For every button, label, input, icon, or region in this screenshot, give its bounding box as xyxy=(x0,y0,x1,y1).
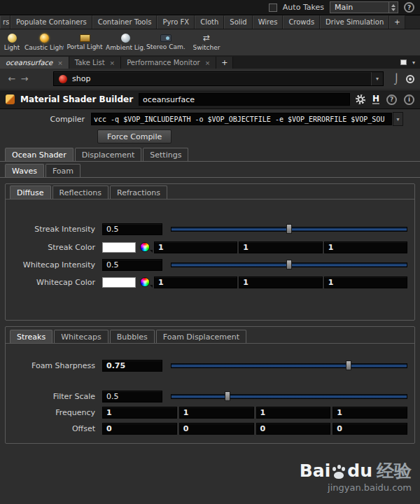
slider-handle[interactable] xyxy=(286,260,292,270)
node-header: Material Shader Builder oceansurface H ?… xyxy=(0,90,420,109)
whitecap-intensity-slider[interactable] xyxy=(171,259,407,270)
tool-caustic-light[interactable]: Caustic Light xyxy=(24,30,64,55)
color-wheel-icon[interactable] xyxy=(140,277,150,287)
help-icon[interactable]: ? xyxy=(404,2,414,13)
filter-scale-slider[interactable] xyxy=(171,391,407,402)
baidu-paw-icon xyxy=(331,463,346,480)
shelf-tab-partial[interactable]: rs xyxy=(0,15,10,29)
tab-ocean-shader[interactable]: Ocean Shader xyxy=(5,148,74,161)
path-value: shop xyxy=(72,74,90,83)
tab-displacement[interactable]: Displacement xyxy=(75,148,142,161)
tab-whitecaps[interactable]: Whitecaps xyxy=(54,330,108,343)
frequency-y-input[interactable]: 1 xyxy=(179,407,254,419)
node-name-input[interactable]: oceansurface xyxy=(139,93,350,106)
close-icon[interactable]: × xyxy=(57,59,63,66)
link-hook-icon[interactable]: ⌡ xyxy=(394,74,399,84)
pin-radio-icon[interactable] xyxy=(406,75,414,83)
slider-handle[interactable] xyxy=(225,391,230,401)
tab-diffuse[interactable]: Diffuse xyxy=(10,186,51,199)
tab-settings[interactable]: Settings xyxy=(143,148,188,161)
whitecap-color-r-input[interactable]: 1 xyxy=(154,276,237,288)
forward-button[interactable]: → xyxy=(18,72,31,86)
houdini-help-icon[interactable]: H xyxy=(372,94,379,104)
pane-menu-dropdown-icon[interactable]: ▾ xyxy=(412,59,415,66)
streak-color-b-input[interactable]: 1 xyxy=(324,241,407,253)
compiler-dropdown-icon[interactable]: ▾ xyxy=(393,112,403,126)
compiler-input[interactable]: vcc -q $VOP_INCLUDEPATH -o $VOP_OBJECTFI… xyxy=(91,113,392,125)
take-selector[interactable]: Main xyxy=(330,1,398,13)
shelf-tab[interactable]: Cloth xyxy=(195,15,224,29)
tab-refractions[interactable]: Refractions xyxy=(110,186,167,199)
shelf-tab[interactable]: Crowds xyxy=(283,15,320,29)
pane-tab-oceansurface[interactable]: oceansurface × xyxy=(0,57,69,69)
streak-color-swatch[interactable] xyxy=(102,242,136,253)
path-dropdown-icon[interactable]: ▾ xyxy=(371,72,383,85)
tool-switcher[interactable]: ⇄ Switcher xyxy=(186,30,227,55)
shelf-tab[interactable]: Container Tools xyxy=(92,15,158,29)
streak-color-g-input[interactable]: 1 xyxy=(239,241,322,253)
slider-handle[interactable] xyxy=(346,360,351,370)
tool-stereo-camera[interactable]: Stereo Cam... xyxy=(146,30,186,55)
tab-foam-displacement[interactable]: Foam Displacement xyxy=(156,330,246,343)
pane-tab-take-list[interactable]: Take List × xyxy=(69,57,121,69)
tab-bubbles[interactable]: Bubbles xyxy=(110,330,155,343)
shelf-tab[interactable]: Wires xyxy=(253,15,284,29)
tab-foam[interactable]: Foam xyxy=(46,164,80,177)
slider-track[interactable] xyxy=(171,394,407,399)
streak-color-r-input[interactable]: 1 xyxy=(154,241,237,253)
shelf-tab[interactable]: Solid xyxy=(224,15,252,29)
material-node-icon xyxy=(6,94,15,104)
take-selector-value: Main xyxy=(335,3,353,12)
whitecap-color-b-input[interactable]: 1 xyxy=(324,276,407,288)
path-combo[interactable]: shop ▾ xyxy=(53,71,384,86)
tool-portal-light[interactable]: Portal Light xyxy=(64,30,105,55)
streak-intensity-input[interactable]: 0.5 xyxy=(102,223,162,235)
pane-tab-add-button[interactable]: + xyxy=(216,57,233,69)
frequency-w-input[interactable]: 1 xyxy=(332,407,407,419)
streak-intensity-slider[interactable] xyxy=(171,223,407,234)
pane-tab-performance-monitor[interactable]: Performance Monitor × xyxy=(121,57,216,69)
param-row-filter-scale: Filter Scale 0.5 xyxy=(6,390,407,402)
shelf-tab-add-button[interactable]: + xyxy=(389,15,405,29)
offset-y-input[interactable]: 0 xyxy=(179,423,254,435)
param-label: Frequency xyxy=(6,408,102,417)
nav-right-icons: ⌡ xyxy=(394,74,414,84)
whitecap-intensity-input[interactable]: 0.5 xyxy=(102,259,162,271)
slider-track[interactable] xyxy=(171,363,407,368)
foam-sharpness-slider[interactable] xyxy=(171,360,407,371)
frequency-z-input[interactable]: 1 xyxy=(256,407,331,419)
tab-waves[interactable]: Waves xyxy=(5,164,44,177)
baidu-logo-bai: Bai xyxy=(300,462,331,480)
tool-light[interactable]: Light xyxy=(0,30,24,55)
close-icon[interactable]: × xyxy=(205,59,211,66)
tab-reflections[interactable]: Reflections xyxy=(52,186,108,199)
whitecap-color-swatch[interactable] xyxy=(102,277,136,288)
foam-sharpness-input[interactable]: 0.75 xyxy=(102,360,162,372)
param-row-foam-sharpness: Foam Sharpness 0.75 xyxy=(6,359,407,372)
tab-streaks[interactable]: Streaks xyxy=(10,330,52,343)
gear-icon[interactable] xyxy=(356,94,365,104)
frequency-x-input[interactable]: 1 xyxy=(102,407,177,419)
shelf-tab[interactable]: Drive Simulation xyxy=(320,15,389,29)
slider-handle[interactable] xyxy=(286,224,292,234)
auto-takes-checkbox[interactable] xyxy=(269,4,277,12)
back-button[interactable]: ← xyxy=(6,72,18,86)
question-icon[interactable]: ? xyxy=(386,94,397,105)
offset-z-input[interactable]: 0 xyxy=(256,423,331,435)
spin-up-icon[interactable] xyxy=(391,4,396,7)
color-wheel-icon[interactable] xyxy=(140,242,150,252)
spin-down-icon[interactable] xyxy=(391,8,396,11)
shelf-tab[interactable]: Populate Containers xyxy=(10,15,92,29)
shelf-tab[interactable]: Pyro FX xyxy=(157,15,195,29)
tool-ambient-light[interactable]: Ambient Lig... xyxy=(105,30,146,55)
whitecap-color-g-input[interactable]: 1 xyxy=(239,276,322,288)
filter-scale-input[interactable]: 0.5 xyxy=(102,391,162,402)
take-spinner[interactable] xyxy=(388,2,398,13)
tool-label: Switcher xyxy=(193,44,220,51)
offset-w-input[interactable]: 0 xyxy=(332,423,407,435)
pane-maximize-icon[interactable] xyxy=(400,59,407,65)
info-icon[interactable]: i xyxy=(404,94,414,105)
offset-x-input[interactable]: 0 xyxy=(102,423,177,435)
close-icon[interactable]: × xyxy=(110,59,115,66)
force-compile-button[interactable]: Force Compile xyxy=(97,130,172,144)
